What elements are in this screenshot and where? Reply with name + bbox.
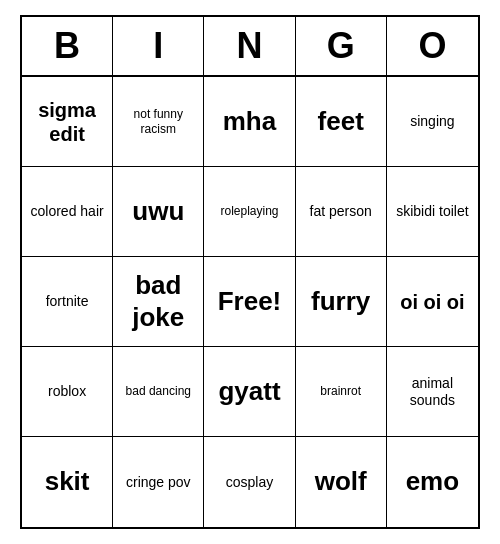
cell-label: not funny racism <box>119 107 197 136</box>
bingo-cell: mha <box>204 77 295 167</box>
bingo-cell: oi oi oi <box>387 257 478 347</box>
cell-label: mha <box>223 106 276 137</box>
cell-label: brainrot <box>320 384 361 398</box>
bingo-cell: brainrot <box>296 347 387 437</box>
bingo-cell: uwu <box>113 167 204 257</box>
bingo-header: BINGO <box>22 17 478 77</box>
bingo-cell: skibidi toilet <box>387 167 478 257</box>
bingo-cell: fortnite <box>22 257 113 347</box>
cell-label: animal sounds <box>393 375 472 409</box>
cell-label: fat person <box>310 203 372 220</box>
bingo-cell: cosplay <box>204 437 295 527</box>
cell-label: singing <box>410 113 454 130</box>
bingo-cell: furry <box>296 257 387 347</box>
bingo-cell: skit <box>22 437 113 527</box>
cell-label: oi oi oi <box>400 290 464 314</box>
bingo-cell: Free! <box>204 257 295 347</box>
bingo-grid: sigma editnot funny racismmhafeetsinging… <box>22 77 478 527</box>
bingo-cell: emo <box>387 437 478 527</box>
bingo-cell: singing <box>387 77 478 167</box>
bingo-cell: cringe pov <box>113 437 204 527</box>
cell-label: furry <box>311 286 370 317</box>
cell-label: bad dancing <box>126 384 191 398</box>
cell-label: roblox <box>48 383 86 400</box>
cell-label: Free! <box>218 286 282 317</box>
bingo-cell: feet <box>296 77 387 167</box>
bingo-cell: roblox <box>22 347 113 437</box>
cell-label: cosplay <box>226 474 273 491</box>
cell-label: bad joke <box>119 270 197 332</box>
header-letter: N <box>204 17 295 75</box>
bingo-cell: bad dancing <box>113 347 204 437</box>
bingo-cell: not funny racism <box>113 77 204 167</box>
bingo-cell: colored hair <box>22 167 113 257</box>
header-letter: O <box>387 17 478 75</box>
cell-label: emo <box>406 466 459 497</box>
cell-label: feet <box>318 106 364 137</box>
cell-label: colored hair <box>31 203 104 220</box>
bingo-cell: wolf <box>296 437 387 527</box>
header-letter: I <box>113 17 204 75</box>
cell-label: cringe pov <box>126 474 191 491</box>
cell-label: skit <box>45 466 90 497</box>
bingo-cell: sigma edit <box>22 77 113 167</box>
bingo-cell: animal sounds <box>387 347 478 437</box>
cell-label: sigma edit <box>28 98 106 146</box>
cell-label: wolf <box>315 466 367 497</box>
cell-label: fortnite <box>46 293 89 310</box>
header-letter: G <box>296 17 387 75</box>
cell-label: uwu <box>132 196 184 227</box>
cell-label: skibidi toilet <box>396 203 468 220</box>
bingo-cell: roleplaying <box>204 167 295 257</box>
cell-label: gyatt <box>218 376 280 407</box>
bingo-cell: fat person <box>296 167 387 257</box>
bingo-cell: gyatt <box>204 347 295 437</box>
bingo-cell: bad joke <box>113 257 204 347</box>
bingo-card: BINGO sigma editnot funny racismmhafeets… <box>20 15 480 529</box>
cell-label: roleplaying <box>220 204 278 218</box>
header-letter: B <box>22 17 113 75</box>
